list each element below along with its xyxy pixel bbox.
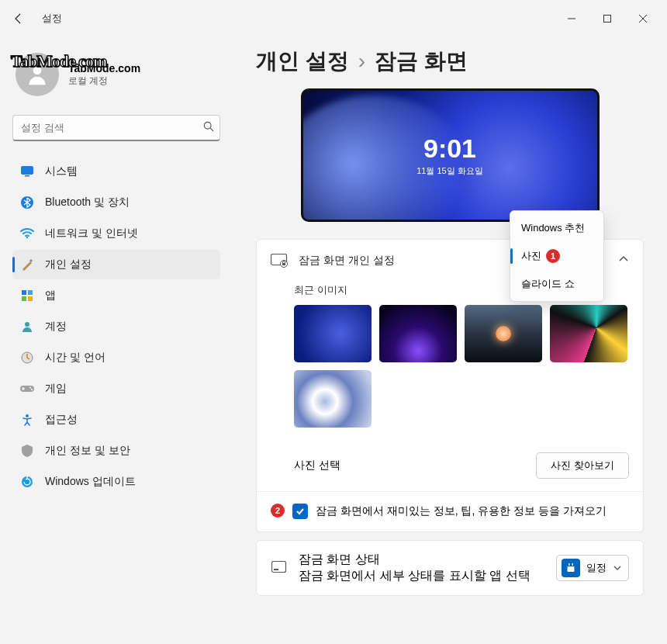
close-icon	[639, 15, 647, 23]
person-icon	[25, 62, 50, 87]
annotation-badge-2: 2	[271, 504, 285, 518]
sidebar-item-personalization[interactable]: 개인 설정	[12, 250, 220, 279]
svg-rect-7	[22, 290, 26, 295]
bluetooth-icon	[20, 196, 34, 209]
wifi-icon	[20, 227, 34, 241]
sidebar-item-time-language[interactable]: 시간 및 언어	[12, 343, 220, 372]
sidebar-item-label: Bluetooth 및 장치	[45, 196, 130, 209]
svg-point-16	[26, 414, 29, 417]
update-icon	[20, 475, 34, 489]
recent-image-thumb[interactable]	[550, 305, 627, 362]
recent-image-thumb[interactable]	[294, 305, 372, 362]
account-name: TabMode.com	[68, 62, 140, 74]
status-app-selector[interactable]: 일정	[556, 555, 629, 581]
dropdown-option-picture[interactable]: 사진 1	[510, 242, 603, 270]
avatar	[16, 53, 59, 96]
sidebar-item-gaming[interactable]: 게임	[12, 374, 220, 403]
maximize-icon	[603, 15, 611, 23]
sidebar-item-label: 접근성	[45, 413, 78, 427]
personalization-icon	[20, 258, 34, 272]
svg-rect-27	[568, 566, 575, 572]
account-block[interactable]: TabMode.com 로컬 계정 TabMode.com	[16, 53, 217, 96]
annotation-badge-1: 1	[546, 249, 560, 263]
choose-photo-label: 사진 선택	[294, 459, 340, 473]
sidebar-item-label: 네트워크 및 인터넷	[45, 227, 138, 241]
sidebar-item-label: Windows 업데이트	[45, 475, 136, 489]
svg-rect-28	[569, 563, 570, 566]
sidebar-item-system[interactable]: 시스템	[12, 157, 220, 186]
arrow-left-icon	[12, 12, 25, 25]
breadcrumb: 개인 설정 › 잠금 화면	[256, 47, 644, 76]
status-subtitle: 잠금 화면에서 세부 상태를 표시할 앱 선택	[299, 568, 545, 584]
svg-point-1	[33, 66, 42, 74]
calendar-icon	[562, 559, 580, 577]
system-icon	[20, 164, 34, 178]
sidebar-item-accessibility[interactable]: 접근성	[12, 405, 220, 435]
svg-rect-4	[25, 175, 29, 177]
svg-rect-20	[282, 263, 285, 265]
svg-rect-22	[274, 569, 278, 570]
shield-icon	[20, 444, 34, 458]
svg-rect-29	[572, 563, 574, 566]
dropdown-option-label: 사진	[521, 249, 541, 263]
check-icon	[295, 507, 305, 516]
sidebar-item-label: 시스템	[45, 164, 78, 178]
search-box[interactable]	[12, 115, 220, 141]
status-app-label: 일정	[586, 561, 607, 575]
background-type-dropdown[interactable]: Windows 추천 사진 1 슬라이드 쇼	[510, 210, 604, 302]
personalize-lockscreen-card: 잠금 화면 개인 설정 Windows 추천 사진 1 슬라이드 쇼	[256, 239, 644, 532]
svg-rect-3	[22, 167, 33, 175]
back-button[interactable]	[6, 6, 31, 31]
recent-image-thumb[interactable]	[379, 305, 457, 362]
sidebar-item-apps[interactable]: 앱	[12, 281, 220, 310]
sidebar-item-privacy[interactable]: 개인 정보 및 보안	[12, 436, 220, 466]
dropdown-option-windows-spotlight[interactable]: Windows 추천	[510, 214, 603, 242]
time-language-icon	[20, 351, 34, 365]
accounts-icon	[20, 320, 34, 334]
sidebar-item-bluetooth[interactable]: Bluetooth 및 장치	[12, 188, 220, 217]
chevron-right-icon: ›	[358, 49, 365, 74]
sidebar-item-label: 시간 및 언어	[45, 351, 105, 365]
maximize-button[interactable]	[589, 6, 625, 31]
lockscreen-status-card: 잠금 화면 상태 잠금 화면에서 세부 상태를 표시할 앱 선택 일정	[256, 540, 644, 596]
status-icon	[271, 559, 288, 576]
minimize-button[interactable]	[554, 6, 589, 31]
status-title: 잠금 화면 상태	[299, 552, 545, 568]
svg-rect-0	[604, 16, 611, 23]
recent-image-thumb[interactable]	[294, 370, 372, 428]
breadcrumb-current: 잠금 화면	[375, 47, 468, 76]
chevron-down-icon	[613, 563, 622, 573]
svg-point-11	[25, 322, 29, 327]
svg-rect-21	[272, 562, 286, 573]
browse-photos-button[interactable]: 사진 찾아보기	[536, 452, 629, 479]
svg-rect-9	[22, 296, 26, 301]
sidebar-item-label: 개인 설정	[45, 258, 92, 272]
breadcrumb-parent[interactable]: 개인 설정	[256, 47, 349, 76]
svg-point-14	[29, 387, 31, 389]
sidebar-item-windows-update[interactable]: Windows 업데이트	[12, 467, 220, 497]
dropdown-option-slideshow[interactable]: 슬라이드 쇼	[510, 270, 603, 298]
svg-point-2	[204, 122, 211, 129]
sidebar-item-label: 개인 정보 및 보안	[45, 444, 130, 458]
dropdown-option-label: 슬라이드 쇼	[521, 277, 575, 291]
svg-rect-8	[28, 290, 33, 295]
chevron-up-icon[interactable]	[618, 254, 629, 268]
apps-icon	[20, 289, 34, 303]
sidebar-item-accounts[interactable]: 계정	[12, 312, 220, 341]
lockscreen-preview: 9:01 11월 15일 화요일	[301, 88, 600, 222]
fun-facts-checkbox[interactable]	[292, 504, 308, 519]
sidebar-item-label: 게임	[45, 382, 67, 396]
search-input[interactable]	[12, 115, 220, 141]
accessibility-icon	[20, 413, 34, 427]
account-sub: 로컬 계정	[68, 74, 140, 88]
svg-rect-10	[28, 296, 33, 301]
picture-lock-icon	[271, 252, 288, 269]
fun-facts-label: 잠금 화면에서 재미있는 정보, 팁, 유용한 정보 등을 가져오기	[316, 503, 607, 519]
close-button[interactable]	[625, 6, 661, 31]
window-title: 설정	[42, 12, 62, 26]
recent-image-thumb[interactable]	[465, 305, 542, 362]
sidebar-item-label: 앱	[45, 289, 56, 303]
gaming-icon	[20, 382, 34, 396]
sidebar-item-label: 계정	[45, 320, 67, 334]
sidebar-item-network[interactable]: 네트워크 및 인터넷	[12, 219, 220, 248]
